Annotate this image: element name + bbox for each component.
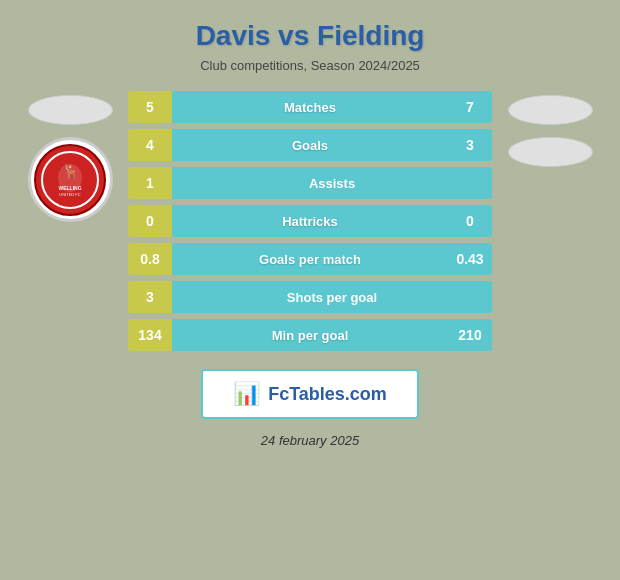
stat-left-goals: 4 [128, 129, 172, 161]
stat-label-assists: Assists [172, 167, 492, 199]
page-title: Davis vs Fielding [196, 20, 425, 52]
right-team-badge-top [508, 95, 593, 125]
club-logo-inner: 🦌 WELLING UNITED FC [41, 151, 99, 209]
stat-label-goals-per-match: Goals per match [172, 243, 448, 275]
stat-label-matches: Matches [172, 91, 448, 123]
right-team-badge-mid [508, 137, 593, 167]
stat-left-goals-per-match: 0.8 [128, 243, 172, 275]
left-badges: 🦌 WELLING UNITED FC [20, 91, 120, 222]
stat-row-matches: 5 Matches 7 [128, 91, 492, 123]
stat-left-min-per-goal: 134 [128, 319, 172, 351]
stat-right-goals: 3 [448, 129, 492, 161]
stat-left-hattricks: 0 [128, 205, 172, 237]
fctables-label: FcTables.com [268, 384, 387, 405]
stat-row-goals-per-match: 0.8 Goals per match 0.43 [128, 243, 492, 275]
stat-left-shots-per-goal: 3 [128, 281, 172, 313]
left-team-badge-top [28, 95, 113, 125]
club-logo-circle: 🦌 WELLING UNITED FC [28, 137, 113, 222]
stat-left-matches: 5 [128, 91, 172, 123]
stat-row-shots-per-goal: 3 Shots per goal [128, 281, 492, 313]
page-subtitle: Club competitions, Season 2024/2025 [200, 58, 420, 73]
svg-text:🦌: 🦌 [62, 163, 80, 180]
stat-row-hattricks: 0 Hattricks 0 [128, 205, 492, 237]
svg-text:UNITED FC: UNITED FC [59, 192, 80, 197]
stat-left-assists: 1 [128, 167, 172, 199]
stat-row-goals: 4 Goals 3 [128, 129, 492, 161]
right-badges [500, 91, 600, 167]
stat-row-min-per-goal: 134 Min per goal 210 [128, 319, 492, 351]
stat-row-assists: 1 Assists [128, 167, 492, 199]
stat-label-goals: Goals [172, 129, 448, 161]
svg-text:WELLING: WELLING [58, 185, 81, 191]
stat-right-hattricks: 0 [448, 205, 492, 237]
stats-container: 5 Matches 7 4 Goals 3 1 Assists 0 Hattri… [128, 91, 492, 351]
stat-right-min-per-goal: 210 [448, 319, 492, 351]
stat-right-goals-per-match: 0.43 [448, 243, 492, 275]
fctables-icon: 📊 [233, 381, 260, 407]
comparison-area: 🦌 WELLING UNITED FC 5 Matches 7 4 Goals … [20, 91, 600, 351]
club-crest-svg: 🦌 WELLING UNITED FC [50, 160, 90, 200]
stat-label-shots-per-goal: Shots per goal [172, 281, 492, 313]
club-logo: 🦌 WELLING UNITED FC [34, 144, 106, 216]
stat-right-matches: 7 [448, 91, 492, 123]
fctables-banner[interactable]: 📊 FcTables.com [201, 369, 419, 419]
date-footer: 24 february 2025 [261, 433, 359, 448]
stat-label-hattricks: Hattricks [172, 205, 448, 237]
stat-label-min-per-goal: Min per goal [172, 319, 448, 351]
